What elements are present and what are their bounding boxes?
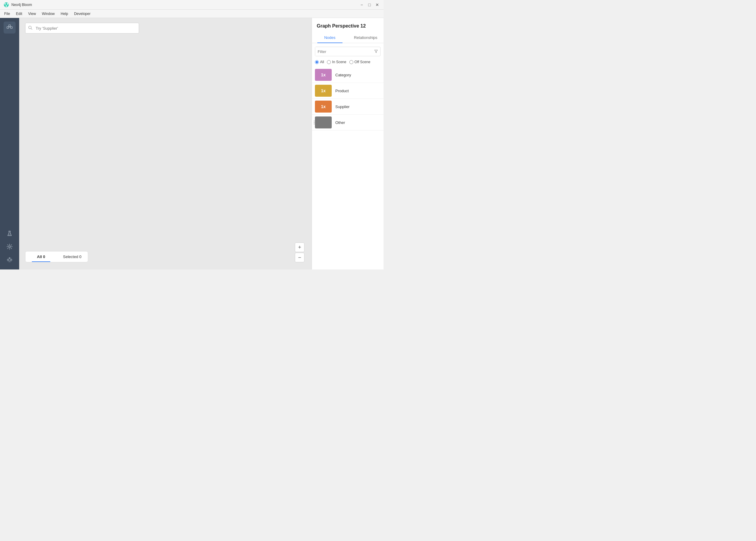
svg-point-14 [7,260,8,261]
node-item-product[interactable]: 1x Product [312,83,384,99]
app-logo [4,2,9,7]
node-item-other[interactable]: Other [312,115,384,131]
menu-item-help[interactable]: Help [58,10,71,17]
node-list: 1x Category 1x Product 1x Supplier [312,67,384,270]
svg-rect-5 [9,25,10,27]
window-controls: − □ ✕ [359,2,380,7]
app-body: Category All 0 Selected 0 + − Graph Pers… [0,18,384,270]
filter-bar [315,47,381,56]
close-button[interactable]: ✕ [375,2,380,7]
maximize-button[interactable]: □ [367,2,372,7]
svg-point-11 [9,246,10,248]
filter-input[interactable] [315,47,372,56]
bottom-bar: Category All 0 Selected 0 [25,251,88,262]
drag-handle-dot [314,121,315,122]
zoom-controls: + − [295,243,304,262]
sidebar [0,18,19,270]
sidebar-icon-connections[interactable] [4,254,16,266]
radio-all[interactable]: All [315,60,324,64]
panel-title: Graph Perspective 12 [312,18,384,32]
supplier-label: Supplier [335,105,350,109]
menu-item-edit[interactable]: Edit [13,10,25,17]
radio-in-scene[interactable]: In Scene [327,60,346,64]
svg-point-16 [9,258,10,259]
search-input[interactable] [25,23,139,34]
menu-item-view[interactable]: View [25,10,39,17]
right-panel: Graph Perspective 12 Nodes Relationships… [312,18,384,270]
svg-line-18 [31,28,32,30]
title-bar: Neo4j Bloom − □ ✕ [0,0,384,10]
node-item-supplier[interactable]: 1x Supplier [312,99,384,115]
svg-point-12 [8,259,11,261]
bottom-tabs: Category All 0 Selected 0 [25,252,88,262]
tab-selected[interactable]: Selected 0 [57,252,88,262]
tab-all[interactable]: Category All 0 [25,252,57,262]
app-name: Neo4j Bloom [11,3,32,7]
radio-off-scene[interactable]: Off Scene [349,60,370,64]
menu-bar: FileEditViewWindowHelpDeveloper [0,10,384,18]
search-bar-container [25,23,306,34]
tab-nodes[interactable]: Nodes [312,32,348,43]
drag-handle-dot [314,122,315,123]
category-badge: 1x [315,69,332,81]
svg-point-13 [7,258,12,262]
zoom-in-button[interactable]: + [295,243,304,252]
sidebar-icon-settings[interactable] [4,241,16,253]
filter-icon [372,49,380,54]
product-badge: 1x [315,85,332,97]
zoom-out-button[interactable]: − [295,253,304,262]
category-label: Category [335,73,351,77]
panel-tabs: Nodes Relationships [312,32,384,43]
other-badge [315,117,332,129]
node-item-category[interactable]: 1x Category [312,67,384,83]
svg-point-1 [4,3,6,4]
search-icon [28,26,32,31]
svg-point-9 [9,235,10,235]
content-area: Category All 0 Selected 0 + − [19,18,312,270]
svg-rect-4 [7,27,9,28]
minimize-button[interactable]: − [359,2,364,7]
menu-item-window[interactable]: Window [39,10,58,17]
other-label: Other [335,120,345,125]
sidebar-icon-graph[interactable] [4,22,16,34]
svg-point-10 [10,234,10,235]
sidebar-icon-flask[interactable] [4,228,16,240]
menu-item-file[interactable]: File [1,10,13,17]
svg-point-3 [6,5,7,7]
radio-group: All In Scene Off Scene [312,59,384,67]
svg-point-15 [11,260,12,261]
drag-handle-dot [314,124,315,125]
menu-item-developer[interactable]: Developer [71,10,93,17]
svg-point-2 [7,3,8,4]
supplier-badge: 1x [315,101,332,113]
svg-rect-6 [10,27,12,28]
tab-relationships[interactable]: Relationships [348,32,384,43]
product-label: Product [335,89,349,93]
